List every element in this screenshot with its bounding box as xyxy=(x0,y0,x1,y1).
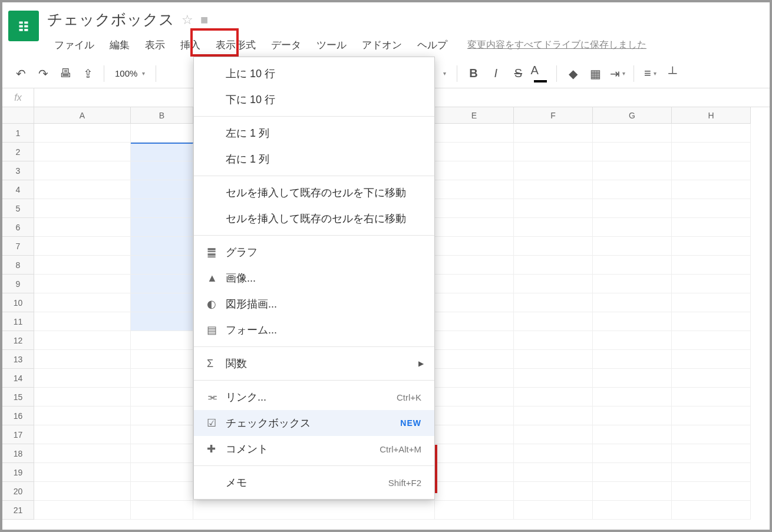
cell[interactable] xyxy=(672,199,751,218)
cell[interactable] xyxy=(34,312,131,331)
cell[interactable] xyxy=(593,293,672,312)
cell[interactable] xyxy=(435,388,514,407)
cell[interactable] xyxy=(593,444,672,463)
cell[interactable] xyxy=(131,369,193,388)
undo-button[interactable]: ↶ xyxy=(11,64,31,84)
cell[interactable] xyxy=(34,331,131,350)
cell[interactable] xyxy=(131,407,193,425)
menu-memo[interactable]: メモShift+F2 xyxy=(194,470,434,495)
cell[interactable] xyxy=(435,275,514,293)
cell[interactable] xyxy=(131,237,193,256)
menu-image[interactable]: ▲画像... xyxy=(194,265,434,291)
cell[interactable] xyxy=(34,161,131,180)
star-icon[interactable]: ☆ xyxy=(182,12,193,28)
cell[interactable] xyxy=(34,407,131,425)
cell[interactable] xyxy=(593,312,672,331)
text-color-button[interactable]: A xyxy=(530,64,550,84)
cell[interactable] xyxy=(593,388,672,407)
row-header[interactable]: 10 xyxy=(2,293,34,312)
cell[interactable] xyxy=(435,293,514,312)
row-header[interactable]: 18 xyxy=(2,444,34,463)
cell[interactable] xyxy=(34,425,131,444)
cell[interactable] xyxy=(672,293,751,312)
cell[interactable] xyxy=(593,482,672,501)
cell[interactable] xyxy=(672,501,751,520)
fill-color-button[interactable]: ◆ xyxy=(563,64,583,84)
cell[interactable] xyxy=(514,275,593,293)
cell[interactable] xyxy=(672,256,751,275)
cell[interactable] xyxy=(435,463,514,482)
cell[interactable] xyxy=(514,161,593,180)
cell[interactable] xyxy=(593,350,672,369)
cell[interactable] xyxy=(593,143,672,161)
cell[interactable] xyxy=(131,482,193,501)
borders-button[interactable]: ▦ xyxy=(585,64,605,84)
cell[interactable] xyxy=(34,199,131,218)
cell[interactable] xyxy=(131,444,193,463)
menu-col-left[interactable]: 左に 1 列 xyxy=(194,120,434,146)
cell[interactable] xyxy=(34,143,131,161)
cell[interactable] xyxy=(672,312,751,331)
col-header-H[interactable]: H xyxy=(672,107,751,124)
cell[interactable] xyxy=(34,124,131,143)
doc-title[interactable]: チェックボックス xyxy=(47,9,174,30)
menu-rows-below[interactable]: 下に 10 行 xyxy=(194,87,434,113)
row-header[interactable]: 13 xyxy=(2,350,34,369)
cell[interactable] xyxy=(131,275,193,293)
cell[interactable] xyxy=(131,331,193,350)
print-button[interactable]: 🖶 xyxy=(55,64,75,84)
menu-rows-above[interactable]: 上に 10 行 xyxy=(194,61,434,87)
menu-edit[interactable]: 編集 xyxy=(103,35,137,55)
menu-format[interactable]: 表示形式 xyxy=(209,35,263,55)
cell[interactable] xyxy=(672,143,751,161)
strikethrough-button[interactable]: S xyxy=(508,64,528,84)
row-header[interactable]: 6 xyxy=(2,218,34,237)
col-header-G[interactable]: G xyxy=(593,107,672,124)
cell[interactable] xyxy=(514,350,593,369)
cell[interactable] xyxy=(131,199,193,218)
cell[interactable] xyxy=(34,350,131,369)
cell[interactable] xyxy=(435,331,514,350)
cell[interactable] xyxy=(34,237,131,256)
cell[interactable] xyxy=(34,218,131,237)
cell[interactable] xyxy=(131,293,193,312)
cell[interactable] xyxy=(435,143,514,161)
row-header[interactable]: 7 xyxy=(2,237,34,256)
cell[interactable] xyxy=(34,482,131,501)
cell[interactable] xyxy=(672,369,751,388)
cell[interactable] xyxy=(435,482,514,501)
cell[interactable] xyxy=(593,425,672,444)
cell[interactable] xyxy=(435,256,514,275)
cell[interactable] xyxy=(131,161,193,180)
cell[interactable] xyxy=(131,256,193,275)
menu-insert[interactable]: 挿入 xyxy=(173,35,207,55)
cell[interactable] xyxy=(593,256,672,275)
cell[interactable] xyxy=(514,463,593,482)
cell[interactable] xyxy=(672,161,751,180)
cell[interactable] xyxy=(672,275,751,293)
row-header[interactable]: 17 xyxy=(2,425,34,444)
italic-button[interactable]: I xyxy=(486,64,506,84)
cell[interactable] xyxy=(131,312,193,331)
cell[interactable] xyxy=(593,124,672,143)
cell[interactable] xyxy=(672,463,751,482)
menu-comment[interactable]: ✚コメントCtrl+Alt+M xyxy=(194,436,434,462)
cell[interactable] xyxy=(193,501,435,520)
cell[interactable] xyxy=(593,369,672,388)
menu-function[interactable]: Σ関数▶ xyxy=(194,351,434,376)
cell[interactable] xyxy=(435,312,514,331)
save-status[interactable]: 変更内容をすべてドライブに保存しました xyxy=(467,39,646,51)
cell[interactable] xyxy=(131,463,193,482)
col-header-E[interactable]: E xyxy=(435,107,514,124)
menu-view[interactable]: 表示 xyxy=(138,35,172,55)
cell[interactable] xyxy=(514,425,593,444)
cell[interactable] xyxy=(34,388,131,407)
cell[interactable] xyxy=(435,425,514,444)
col-header-B[interactable]: B xyxy=(131,107,193,124)
row-header[interactable]: 14 xyxy=(2,369,34,388)
menu-file[interactable]: ファイル xyxy=(47,35,101,55)
cell[interactable] xyxy=(34,444,131,463)
menu-help[interactable]: ヘルプ xyxy=(410,35,454,55)
cell[interactable] xyxy=(672,407,751,425)
cell[interactable] xyxy=(435,237,514,256)
